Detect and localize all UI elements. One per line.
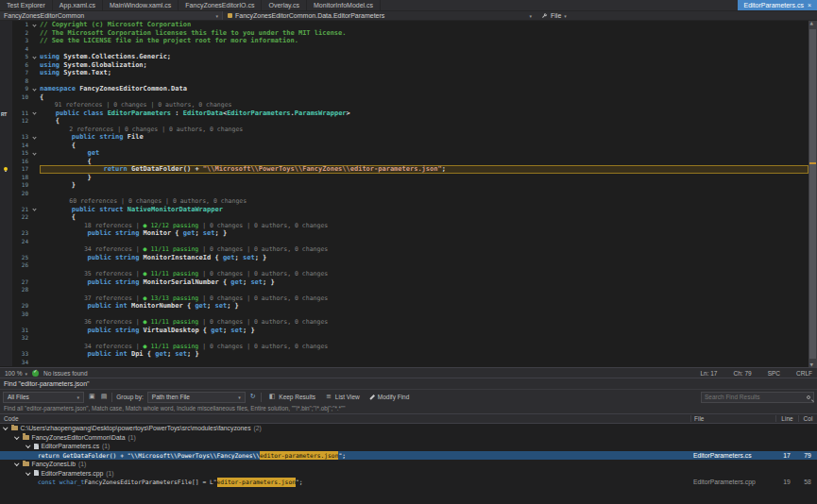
expand-all-icon[interactable]: ▣	[88, 394, 96, 400]
breakpoint-margin[interactable]	[0, 117, 12, 126]
code-text[interactable]: public string VirtualDesktop { get; set;…	[40, 327, 808, 335]
fold-margin[interactable]	[31, 294, 40, 303]
tab-editorparameters-active[interactable]: EditorParameters.cs ×	[738, 0, 817, 10]
fold-margin[interactable]	[31, 261, 40, 270]
code-text[interactable]: {	[40, 117, 808, 126]
code-text[interactable]: }	[40, 181, 808, 190]
find-group-row[interactable]: C:\Users\zhaopengwang\Desktop\powertoys\…	[0, 424, 817, 433]
code-text[interactable]: public string Monitor { get; set; }	[40, 229, 808, 238]
tree-expander-icon[interactable]	[26, 443, 30, 447]
find-group-row[interactable]: FancyZonesEditorCommon\Data(1)	[0, 433, 817, 443]
column-indicator[interactable]: Ch: 79	[733, 370, 751, 377]
code-text[interactable]: {	[40, 142, 808, 150]
breakpoint-margin[interactable]	[0, 343, 12, 351]
breakpoint-margin[interactable]	[0, 334, 12, 343]
fold-collapse-icon[interactable]	[32, 111, 36, 115]
fold-margin[interactable]	[31, 133, 40, 142]
breakpoint-margin[interactable]	[0, 350, 12, 359]
tab-test-explorer[interactable]: Test Explorer	[0, 0, 53, 10]
fold-margin[interactable]	[31, 254, 40, 262]
fold-margin[interactable]	[31, 213, 40, 222]
code-text[interactable]: public int Dpi { get; set; }	[40, 350, 808, 359]
fold-margin[interactable]	[31, 190, 40, 198]
fold-margin[interactable]	[31, 37, 40, 45]
list-view-button[interactable]: ≡ List View	[322, 392, 363, 403]
breakpoint-margin[interactable]	[0, 311, 12, 319]
tab-mainwindow-xaml-cs[interactable]: MainWindow.xaml.cs	[103, 0, 179, 10]
breakpoint-margin[interactable]	[0, 254, 12, 262]
breakpoint-margin[interactable]	[0, 359, 12, 367]
fold-margin[interactable]	[31, 53, 40, 61]
find-match-row[interactable]: const wchar_t FancyZonesEditorParameters…	[0, 478, 817, 487]
code-text[interactable]: using System.Collections.Generic;	[40, 53, 808, 61]
code-text[interactable]: get	[40, 149, 808, 158]
fold-margin[interactable]	[31, 318, 40, 327]
codelens-text[interactable]: 34 references | ● 11/11 passing | 0 chan…	[40, 343, 808, 351]
tree-expander-icon[interactable]	[14, 434, 19, 439]
breakpoint-margin[interactable]	[0, 327, 12, 335]
code-text[interactable]: public string File	[40, 133, 808, 142]
code-text[interactable]	[40, 190, 808, 198]
modify-find-button[interactable]: Modify Find	[366, 392, 413, 403]
codelens-text[interactable]: 34 references | ● 11/11 passing | 0 chan…	[40, 245, 808, 254]
fold-margin[interactable]	[31, 149, 40, 158]
fold-margin[interactable]	[31, 29, 40, 38]
tab-overlay-cs[interactable]: Overlay.cs	[262, 0, 307, 10]
code-text[interactable]: // The Microsoft Corporation licenses th…	[40, 29, 808, 38]
breakpoint-margin[interactable]	[0, 85, 12, 93]
column-header-line[interactable]: Line	[775, 415, 798, 422]
keep-results-button[interactable]: ◧ Keep Results	[265, 392, 318, 403]
scrollbar-thumb[interactable]	[809, 29, 816, 359]
fold-margin[interactable]	[31, 197, 40, 206]
fold-margin[interactable]	[31, 85, 40, 93]
find-match-row[interactable]: return GetDataFolder() + "\\Microsoft\\P…	[0, 451, 817, 461]
code-text[interactable]: {	[40, 213, 808, 222]
breakpoint-margin[interactable]	[0, 238, 12, 246]
breakpoint-margin[interactable]	[0, 101, 12, 109]
code-text[interactable]: {	[40, 158, 808, 166]
fold-collapse-icon[interactable]	[32, 208, 36, 211]
code-text[interactable]	[40, 77, 808, 86]
close-icon[interactable]: ×	[808, 2, 811, 8]
fold-margin[interactable]	[31, 165, 40, 174]
breakpoint-margin[interactable]	[0, 77, 12, 86]
fold-margin[interactable]	[31, 238, 40, 246]
find-results-search[interactable]	[701, 392, 814, 403]
codelens-text[interactable]: 91 references | 0 changes | 0 authors, 0…	[40, 101, 808, 109]
breakpoint-margin[interactable]	[0, 286, 12, 294]
breakpoint-margin[interactable]	[0, 158, 12, 166]
code-text[interactable]: public string MonitorInstanceId { get; s…	[40, 254, 808, 262]
type-dropdown[interactable]: FancyZonesEditorCommon.Data.EditorParame…	[223, 11, 536, 20]
issues-status[interactable]: No issues found	[43, 370, 88, 377]
code-text[interactable]: }	[40, 174, 808, 182]
codelens-text[interactable]: 2 references | 0 changes | 0 authors, 0 …	[40, 126, 808, 134]
find-group-row[interactable]: EditorParameters.cs(1)	[0, 442, 817, 451]
code-text[interactable]: // See the LICENSE file in the project r…	[40, 37, 808, 45]
fold-margin[interactable]	[31, 181, 40, 190]
fold-margin[interactable]	[31, 222, 40, 230]
fold-margin[interactable]	[31, 77, 40, 86]
fold-margin[interactable]	[31, 61, 40, 70]
find-group-row[interactable]: EditorParameters.cpp(1)	[0, 469, 817, 479]
fold-margin[interactable]	[31, 69, 40, 77]
breakpoint-margin[interactable]	[0, 270, 12, 278]
line-indicator[interactable]: Ln: 17	[700, 370, 717, 377]
group-by-dropdown[interactable]: Path then File	[147, 392, 246, 403]
breakpoint-margin[interactable]	[0, 126, 12, 134]
zoom-control[interactable]: 100 %	[5, 370, 27, 377]
code-text[interactable]: public class EditorParameters : EditorDa…	[40, 109, 808, 118]
tree-expander-icon[interactable]	[26, 470, 30, 475]
breakpoint-margin[interactable]	[0, 61, 12, 70]
tab-fancyzoneseditorio-cs[interactable]: FancyZonesEditorIO.cs	[179, 0, 262, 10]
code-text[interactable]: using System.Globalization;	[40, 61, 808, 70]
fold-margin[interactable]	[31, 359, 40, 367]
fold-margin[interactable]	[31, 311, 40, 319]
codelens-text[interactable]: 36 references | ● 11/11 passing | 0 chan…	[40, 318, 808, 327]
spaces-indicator[interactable]: SPC	[768, 370, 780, 377]
collapse-all-icon[interactable]: ▤	[100, 394, 109, 400]
find-results-title[interactable]: Find "editor-parameters.json"	[0, 378, 817, 389]
tab-app-xaml-cs[interactable]: App.xaml.cs	[53, 0, 103, 10]
column-header-code[interactable]: Code	[0, 415, 690, 422]
code-area[interactable]: 1// Copyright (c) Microsoft Corporation2…	[0, 21, 808, 367]
breakpoint-margin[interactable]	[0, 37, 12, 45]
